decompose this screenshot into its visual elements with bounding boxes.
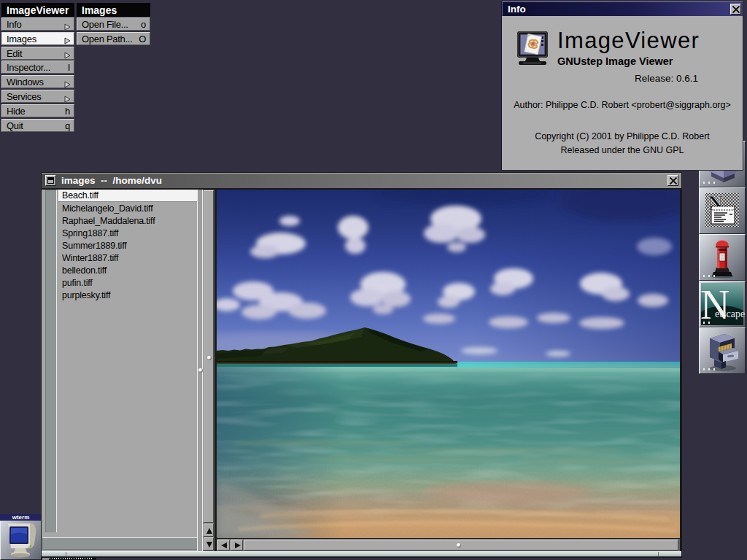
svg-text:etscape: etscape [715, 308, 745, 319]
svg-text:N: N [700, 282, 729, 327]
